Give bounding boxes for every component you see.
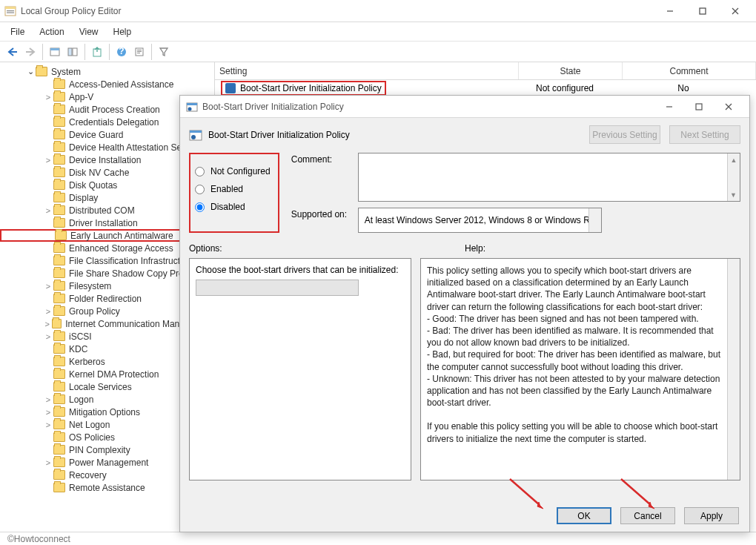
menu-file[interactable]: File bbox=[3, 24, 32, 39]
previous-setting-button[interactable]: Previous Setting bbox=[589, 125, 660, 144]
svg-line-29 bbox=[510, 479, 540, 505]
apply-button[interactable]: Apply bbox=[684, 507, 739, 524]
radio-not-configured[interactable]: Not Configured bbox=[195, 166, 271, 176]
policy-icon bbox=[225, 83, 236, 93]
dialog-titlebar: Boot-Start Driver Initialization Policy bbox=[180, 96, 749, 118]
radio-disabled[interactable]: Disabled bbox=[195, 202, 271, 212]
svg-rect-20 bbox=[187, 103, 197, 105]
folder-icon bbox=[53, 142, 65, 152]
close-button[interactable] bbox=[719, 1, 752, 22]
tree-item-label: OS Policies bbox=[69, 432, 115, 443]
tree-item-label: Logon bbox=[69, 394, 93, 405]
titlebar: Local Group Policy Editor bbox=[0, 0, 756, 22]
tool-2[interactable] bbox=[64, 44, 81, 60]
back-button[interactable] bbox=[4, 44, 21, 60]
svg-rect-1 bbox=[5, 7, 16, 9]
folder-icon bbox=[53, 445, 65, 455]
dialog-maximize[interactable] bbox=[684, 97, 714, 116]
supported-on-box: At least Windows Server 2012, Windows 8 … bbox=[358, 208, 602, 233]
folder-icon bbox=[53, 218, 65, 228]
tree-item-label: Group Policy bbox=[69, 306, 120, 317]
col-state[interactable]: State bbox=[519, 62, 623, 79]
scrollbar[interactable]: ▲▼ bbox=[727, 153, 740, 201]
dialog-heading-icon bbox=[189, 128, 202, 142]
menu-view[interactable]: View bbox=[72, 24, 106, 39]
tree-item-label: Display bbox=[69, 193, 98, 203]
tree-item-label: Enhanced Storage Access bbox=[69, 243, 173, 254]
folder-icon bbox=[53, 470, 65, 480]
dialog-close[interactable] bbox=[714, 97, 743, 116]
dialog-icon bbox=[186, 101, 198, 113]
window-controls bbox=[654, 1, 752, 22]
help-panel: This policy setting allows you to specif… bbox=[420, 258, 740, 480]
folder-icon bbox=[53, 92, 65, 102]
dialog-minimize[interactable] bbox=[654, 97, 684, 116]
col-setting[interactable]: Setting bbox=[215, 62, 519, 79]
menu-help[interactable]: Help bbox=[106, 24, 139, 39]
tool-1[interactable] bbox=[47, 44, 63, 60]
tree-item-label: iSCSI bbox=[69, 331, 92, 342]
tree-item-label: File Classification Infrastructure bbox=[69, 256, 193, 266]
radio-enabled[interactable]: Enabled bbox=[195, 184, 271, 194]
comment-textbox[interactable]: ▲▼ bbox=[358, 153, 740, 202]
annotation-arrow-ok bbox=[506, 475, 551, 512]
state-radios: Not Configured Enabled Disabled bbox=[189, 153, 279, 233]
tree-item-label: Kerberos bbox=[69, 357, 105, 367]
svg-rect-27 bbox=[190, 131, 202, 133]
tool-help[interactable]: ? bbox=[113, 44, 130, 60]
toolbar: ? bbox=[0, 42, 756, 62]
maximize-button[interactable] bbox=[686, 1, 719, 22]
tree-item-label: Folder Redirection bbox=[69, 294, 142, 304]
tree-item-label: Locale Services bbox=[69, 382, 132, 392]
tree-item-label: PIN Complexity bbox=[69, 445, 130, 455]
folder-icon bbox=[53, 180, 65, 190]
tool-filter[interactable] bbox=[156, 44, 172, 60]
svg-line-31 bbox=[621, 479, 651, 505]
folder-icon bbox=[53, 483, 65, 492]
folder-icon bbox=[53, 331, 65, 341]
next-setting-button[interactable]: Next Setting bbox=[669, 125, 740, 144]
ok-button[interactable]: OK bbox=[557, 507, 611, 524]
list-row[interactable]: Boot-Start Driver Initialization Policy … bbox=[215, 80, 756, 96]
tree-item-label: Audit Process Creation bbox=[69, 105, 160, 115]
folder-icon bbox=[53, 458, 65, 467]
tree-item-label: Disk NV Cache bbox=[69, 168, 129, 178]
tree-item-label: Net Logon bbox=[69, 420, 110, 430]
folder-icon bbox=[53, 369, 65, 379]
scrollbar[interactable] bbox=[727, 259, 740, 480]
folder-icon bbox=[53, 79, 65, 89]
folder-icon bbox=[52, 319, 62, 328]
folder-icon bbox=[53, 420, 65, 429]
help-text: This policy setting allows you to specif… bbox=[427, 265, 734, 445]
folder-icon bbox=[53, 294, 65, 303]
folder-icon bbox=[53, 394, 65, 404]
folder-icon bbox=[53, 357, 65, 366]
tree-item[interactable]: Access-Denied Assistance bbox=[0, 78, 214, 90]
options-dropdown[interactable] bbox=[196, 280, 359, 296]
tree-root-system[interactable]: ⌄ System bbox=[0, 65, 214, 78]
tree-item-label: Distributed COM bbox=[69, 205, 135, 216]
folder-icon bbox=[53, 155, 65, 165]
tool-properties[interactable] bbox=[131, 44, 147, 60]
menu-action[interactable]: Action bbox=[32, 24, 71, 39]
minimize-button[interactable] bbox=[654, 1, 686, 22]
tool-export[interactable] bbox=[89, 44, 105, 60]
setting-comment: No bbox=[617, 83, 750, 93]
col-comment[interactable]: Comment bbox=[623, 62, 756, 79]
folder-icon bbox=[36, 67, 47, 76]
svg-rect-2 bbox=[7, 10, 14, 11]
folder-icon bbox=[53, 344, 65, 354]
svg-rect-18 bbox=[137, 53, 140, 53]
tree-item-label: Credentials Delegation bbox=[69, 117, 159, 128]
folder-icon bbox=[55, 231, 67, 240]
svg-marker-32 bbox=[649, 502, 654, 509]
options-label: Options: bbox=[189, 243, 465, 254]
folder-icon bbox=[53, 105, 65, 114]
forward-button[interactable] bbox=[22, 44, 39, 60]
folder-icon bbox=[53, 407, 65, 417]
tree-item-label: Kernel DMA Protection bbox=[69, 369, 159, 380]
list-header: Setting State Comment bbox=[215, 62, 756, 80]
tree-item-label: Remote Assistance bbox=[69, 483, 145, 493]
statusbar: ©Howtoconnect bbox=[0, 532, 756, 545]
scrollbar[interactable] bbox=[588, 208, 601, 232]
